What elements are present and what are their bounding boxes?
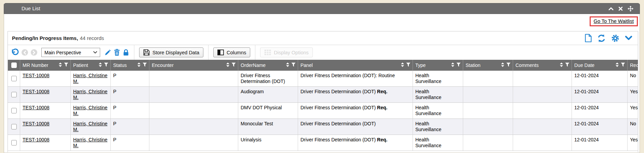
cell-rec: No [628,71,638,86]
cell-rec: No [628,119,638,135]
column-label-order: OrderName [241,62,266,68]
cell-order: Monocular Test [238,119,298,135]
filter-icon[interactable] [506,62,511,68]
column-label-patient: Patient [73,62,88,68]
cell-encounter [149,71,238,86]
undo-icon[interactable] [11,48,19,56]
save-icon [143,49,150,56]
filter-icon[interactable] [231,62,236,68]
patient-link[interactable]: Harris, Christine M. [73,137,107,148]
new-document-icon[interactable] [585,34,592,42]
go-to-waitlist-link[interactable]: Go To The Waitlist [590,16,638,26]
column-header-order[interactable]: OrderName [238,60,298,71]
column-header-panel[interactable]: Panel [298,60,413,71]
cell-order: Urinalysis [238,135,298,151]
cell-status: P [111,103,149,119]
patient-link[interactable]: Harris, Christine M. [73,121,107,132]
cell-rec: Yes [628,103,638,119]
cell-due: 12-01-2024 [572,103,628,119]
column-header-comments[interactable]: Comments [513,60,572,71]
gear-icon[interactable] [611,34,619,42]
row-checkbox[interactable] [11,76,17,81]
close-icon[interactable] [618,6,623,11]
chevron-right-icon[interactable] [31,49,37,56]
filter-icon[interactable] [291,62,296,68]
filter-icon[interactable] [565,62,569,68]
patient-link[interactable]: Harris, Christine M. [73,73,107,84]
mr-number-link[interactable]: TEST-10008 [23,73,50,78]
column-header-due[interactable]: Due Date [572,60,628,71]
sort-icon[interactable] [501,62,504,68]
cell-patient: Harris, Christine M. [71,103,111,119]
panel-actions [585,34,632,42]
record-count: 44 records [80,35,104,41]
perspective-select[interactable]: Main Perspective [41,48,100,57]
required-flag: Req. [376,137,387,142]
cell-mr: TEST-10008 [20,135,71,151]
sort-icon[interactable] [137,62,140,68]
display-options-label: Display Options [274,50,309,55]
column-header-encounter[interactable]: Encounter [149,60,238,71]
sort-icon[interactable] [560,62,563,68]
table-row: TEST-10008Harris, Christine M.PDMV DOT P… [8,103,638,119]
cell-station [463,87,513,102]
sort-icon[interactable] [616,62,619,68]
filter-icon[interactable] [456,62,461,68]
row-checkbox[interactable] [11,124,17,129]
column-header-rec[interactable]: Recurring [628,60,638,71]
trash-icon[interactable] [114,49,120,56]
chevron-up-icon[interactable] [608,7,614,11]
column-header-station[interactable]: Station [463,60,513,71]
cell-order: Audiogram [238,87,298,102]
cell-status: P [111,135,149,151]
cell-status: P [111,71,149,86]
cell-encounter [149,119,238,135]
filter-icon[interactable] [64,62,68,68]
cell-mr: TEST-10008 [20,71,71,86]
select-all-checkbox[interactable] [11,62,17,68]
row-select-cell [8,71,20,86]
mr-number-link[interactable]: TEST-10008 [23,105,50,110]
filter-icon[interactable] [104,62,108,68]
store-displayed-data-button[interactable]: Store Displayed Data [139,47,203,57]
patient-link[interactable]: Harris, Christine M. [73,105,107,116]
chevron-left-icon[interactable] [22,49,28,56]
column-header-mr[interactable]: MR Number [20,60,71,71]
cell-encounter [149,103,238,119]
sort-icon[interactable] [99,62,102,68]
sort-icon[interactable] [226,62,229,68]
column-header-status[interactable]: Status [111,60,149,71]
column-header-patient[interactable]: Patient [71,60,111,71]
sort-icon[interactable] [286,62,289,68]
table-row: TEST-10008Harris, Christine M.PDriver Fi… [8,71,638,87]
move-icon[interactable] [628,6,633,12]
lock-icon[interactable] [123,49,129,56]
window-title: Due List [4,6,40,11]
sort-icon[interactable] [59,62,62,68]
cell-mr: TEST-10008 [20,103,71,119]
row-checkbox[interactable] [11,108,17,113]
pencil-icon[interactable] [104,49,111,56]
columns-label: Columns [227,50,246,55]
row-checkbox[interactable] [11,92,17,97]
cell-comments [513,135,572,151]
filter-icon[interactable] [621,62,625,68]
column-label-panel: Panel [300,62,313,68]
column-label-station: Station [466,62,481,68]
refresh-icon[interactable] [597,34,606,42]
mr-number-link[interactable]: TEST-10008 [23,89,50,94]
mr-number-link[interactable]: TEST-10008 [23,121,50,126]
columns-button[interactable]: Columns [213,47,250,57]
filter-icon[interactable] [143,62,147,68]
row-checkbox[interactable] [11,140,17,145]
sort-icon[interactable] [401,62,404,68]
sort-icon[interactable] [451,62,454,68]
mr-number-link[interactable]: TEST-10008 [23,137,50,142]
chevron-down-icon[interactable] [625,36,632,41]
column-header-type[interactable]: Type [413,60,463,71]
titlebar: Due List [4,3,640,14]
filter-icon[interactable] [406,62,411,68]
patient-link[interactable]: Harris, Christine M. [73,89,107,100]
cell-comments [513,87,572,102]
cell-panel: Driver Fitness Determination (DOT) Req. [298,135,413,151]
